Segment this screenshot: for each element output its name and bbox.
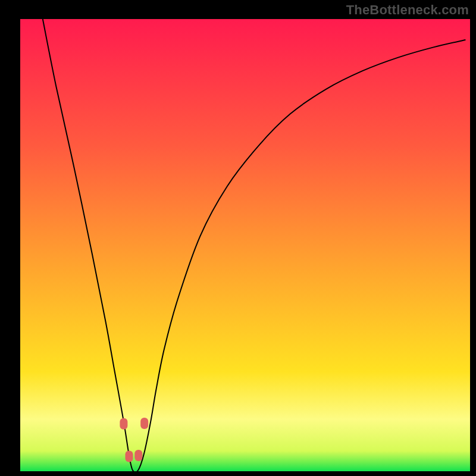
watermark-text: TheBottleneck.com: [346, 2, 469, 18]
optimal-marker: [120, 418, 127, 430]
optimal-marker: [140, 418, 148, 429]
bottleneck-plot: [0, 0, 476, 476]
chart-frame: TheBottleneck.com: [0, 0, 476, 476]
plot-background: [20, 19, 470, 471]
optimal-marker: [134, 450, 142, 461]
optimal-marker: [126, 450, 133, 462]
